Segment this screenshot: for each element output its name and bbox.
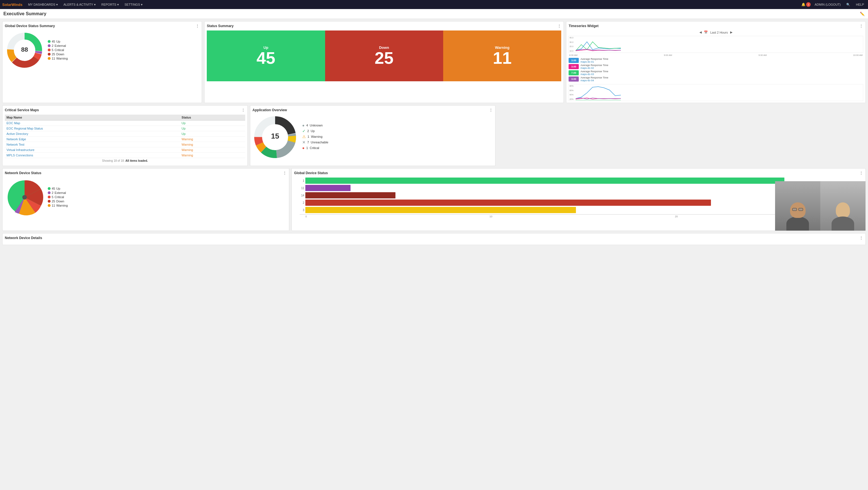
timeseries-nav: ◀ 📅 Last 2 Hours ▶ xyxy=(568,31,863,34)
donut-chart: 88 xyxy=(5,31,44,70)
unknown-icon: ● xyxy=(302,123,305,128)
net-critical-label: Critical xyxy=(55,195,64,199)
ts-badge-rt-3: 7.00 xyxy=(568,70,579,75)
app-overview-donut: 15 xyxy=(252,115,298,160)
nav-alerts-activity[interactable]: ALERTS & ACTIVITY ▾ xyxy=(61,2,98,8)
edit-icon[interactable]: ✏️ xyxy=(860,11,865,16)
table-row[interactable]: EOC Regional Map Status Up xyxy=(5,126,245,131)
status-virtual-infra: Warning xyxy=(180,148,245,153)
ts-item-rt-3: 7.00 Average Response Timemaps-dc-03 xyxy=(568,70,863,76)
notification-area[interactable]: 🔔 1 xyxy=(801,2,811,7)
pie-container: 45 Up 2 External 5 Critical xyxy=(5,177,287,217)
app-up-icon: ✓ xyxy=(302,129,306,133)
up-dot xyxy=(48,40,51,43)
critical-service-maps-table-container[interactable]: Map Name Status EOC Map Up EOC Regional … xyxy=(5,115,245,158)
down-count: 25 xyxy=(52,53,55,56)
table-row[interactable]: MPLS Connections Warning xyxy=(5,153,245,158)
app-overview-content: 15 ● 4 Unknown ✓ 2 Up ⚠ 1 xyxy=(252,115,493,160)
legend-critical: 5 Critical xyxy=(48,48,68,52)
application-overview-title: Application Overview xyxy=(252,108,287,112)
ts-item-rt-2: 3.00 Average Response Timemaps-dc-02 xyxy=(568,64,863,69)
status-summary-menu[interactable]: ⋮ xyxy=(557,24,561,28)
net-warning-count: 11 xyxy=(52,204,55,207)
global-device-status-title: Global Device Status Summary xyxy=(5,24,55,28)
map-link-eoc[interactable]: EOC Map xyxy=(6,121,20,125)
webcam-body-2 xyxy=(832,217,854,231)
bar-down xyxy=(305,200,711,206)
search-icon[interactable]: 🔍 xyxy=(844,2,852,7)
webcam-person-2 xyxy=(820,181,865,231)
net-external-label: External xyxy=(55,191,66,194)
webcam-glasses-1 xyxy=(792,208,804,211)
nav-reports[interactable]: REPORTS ▾ xyxy=(99,2,121,8)
status-eoc: Up xyxy=(180,121,245,126)
warning-tile-count: 11 xyxy=(493,50,512,67)
map-link-active-directory[interactable]: Active Directory xyxy=(6,132,28,135)
admin-logout-button[interactable]: ADMIN (LOGOUT) xyxy=(813,2,842,7)
solarwinds-logo: SolarWinds xyxy=(2,3,22,7)
external-dot xyxy=(48,44,51,47)
global-device-status-bar-menu[interactable]: ⋮ xyxy=(859,171,863,175)
donut-total: 88 xyxy=(21,46,28,53)
webcam-body-1 xyxy=(786,217,809,231)
status-eoc-regional: Up xyxy=(180,126,245,131)
net-down-label: Down xyxy=(56,200,64,203)
net-warning-dot xyxy=(48,204,51,207)
network-device-status-title: Network Device Status xyxy=(5,171,41,175)
table-row[interactable]: Active Directory Up xyxy=(5,131,245,137)
external-count: 2 xyxy=(52,44,53,47)
status-tile-up[interactable]: Up 45 xyxy=(207,31,325,81)
warning-label: Warning xyxy=(56,57,68,60)
notification-badge: 1 xyxy=(806,2,811,7)
ts-cpu-chart: 80% 60% 40% 20% xyxy=(568,84,863,101)
ts-next-button[interactable]: ▶ xyxy=(730,31,733,34)
bell-icon: 🔔 xyxy=(801,3,806,6)
bar-up xyxy=(305,177,784,184)
ts-item-rt-1: 3.00 Average Response Timemaps-dc-01 xyxy=(568,58,863,63)
help-button[interactable]: HELP xyxy=(854,2,866,7)
map-link-network-test[interactable]: Network Test xyxy=(6,143,24,146)
webcam-face-2 xyxy=(836,202,850,218)
top-row: Global Device Status Summary ⋮ xyxy=(2,21,866,103)
net-legend-up: 45 Up xyxy=(48,187,68,190)
app-up-count: 2 xyxy=(307,129,309,133)
table-row[interactable]: Network Edge Warning xyxy=(5,137,245,142)
map-link-eoc-regional[interactable]: EOC Regional Map Status xyxy=(6,127,43,130)
page-title: Executive Summary xyxy=(3,11,46,17)
ts-prev-button[interactable]: ◀ xyxy=(700,31,702,34)
up-count: 45 xyxy=(52,40,55,43)
table-row[interactable]: Virtual Infrastructure Warning xyxy=(5,148,245,153)
page-header: Executive Summary ✏️ xyxy=(0,9,868,19)
map-link-mpls[interactable]: MPLS Connections xyxy=(6,154,33,157)
app-unreachable-label: Unreachable xyxy=(311,140,328,144)
net-down-dot xyxy=(48,200,51,203)
global-device-status-menu[interactable]: ⋮ xyxy=(195,24,199,28)
nav-settings[interactable]: SETTINGS ▾ xyxy=(122,2,145,8)
ts-label-rt-3: Average Response Timemaps-dc-03 xyxy=(581,70,863,76)
table-row[interactable]: Network Test Warning xyxy=(5,142,245,148)
ts-badge-rt-4: 3.00 xyxy=(568,76,579,81)
network-device-status-menu[interactable]: ⋮ xyxy=(283,171,287,175)
map-link-network-edge[interactable]: Network Edge xyxy=(6,137,26,141)
status-tile-warning[interactable]: Warning 11 xyxy=(443,31,561,81)
webcam-face-1 xyxy=(790,202,806,218)
map-link-virtual-infra[interactable]: Virtual Infrastructure xyxy=(6,148,34,152)
status-tile-down[interactable]: Down 25 xyxy=(325,31,443,81)
svg-point-14 xyxy=(22,195,27,200)
nav-my-dashboards[interactable]: MY DASHBOARDS ▾ xyxy=(26,2,60,8)
timeseries-menu[interactable]: ⋮ xyxy=(859,24,863,28)
main-content: Global Device Status Summary ⋮ xyxy=(0,19,868,247)
device-status-legend: 45 Up 2 External 5 Critical xyxy=(48,40,68,61)
application-overview-menu[interactable]: ⋮ xyxy=(489,108,493,112)
net-legend-down: 25 Down xyxy=(48,200,68,203)
network-device-details-menu[interactable]: ⋮ xyxy=(859,236,863,240)
legend-external: 2 External xyxy=(48,44,68,47)
critical-service-maps-menu[interactable]: ⋮ xyxy=(241,108,245,112)
net-legend-warning: 11 Warning xyxy=(48,204,68,207)
app-critical-icon: ● xyxy=(302,145,305,150)
bar-external xyxy=(305,185,350,191)
table-row[interactable]: EOC Map Up xyxy=(5,121,245,126)
net-up-count: 45 xyxy=(52,187,55,190)
bar-warning xyxy=(305,207,576,213)
top-navigation: SolarWinds MY DASHBOARDS ▾ ALERTS & ACTI… xyxy=(0,0,868,9)
